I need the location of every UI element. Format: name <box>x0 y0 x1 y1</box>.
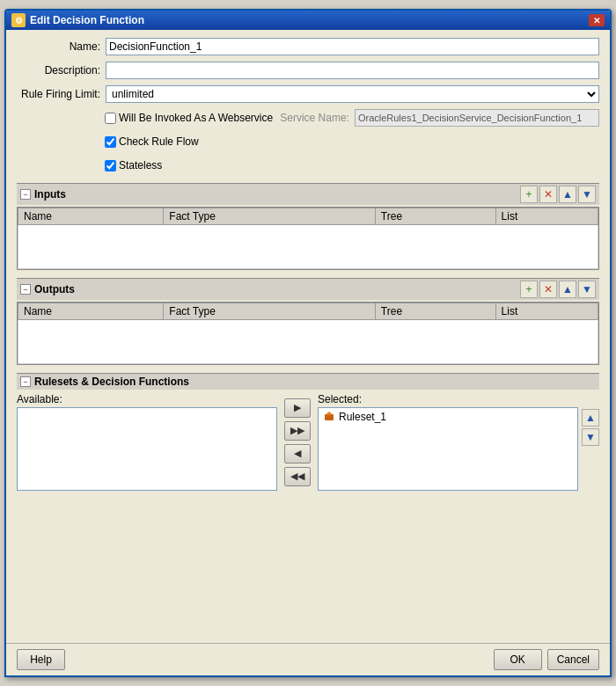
selected-up-button[interactable]: ▲ <box>582 409 599 427</box>
edit-decision-function-window: ⚙ Edit Decision Function ✕ Name: Descrip… <box>4 9 612 677</box>
rulesets-section: − Rulesets & Decision Functions Availabl… <box>17 369 599 491</box>
description-input[interactable] <box>106 62 599 79</box>
table-row <box>18 320 598 364</box>
transfer-right-button[interactable]: ▶ <box>284 398 311 418</box>
transfer-left-button[interactable]: ◀ <box>284 444 311 463</box>
rulesets-title: Rulesets & Decision Functions <box>34 376 189 388</box>
footer-right: OK Cancel <box>494 649 599 670</box>
selected-up-down: ▲ ▼ <box>582 393 599 446</box>
outputs-col-tree: Tree <box>375 303 495 320</box>
rulesets-title-row: − Rulesets & Decision Functions <box>20 376 189 388</box>
webservice-checkbox[interactable] <box>105 113 116 124</box>
selected-label: Selected: <box>318 393 578 405</box>
inputs-section: − Inputs + ✕ ▲ ▼ Name Fact Type Tr <box>17 179 599 270</box>
outputs-up-button[interactable]: ▲ <box>559 281 576 298</box>
svg-rect-0 <box>325 414 334 420</box>
rule-firing-row: Rule Firing Limit: unlimited 1 2 5 10 <box>17 84 599 104</box>
outputs-toolbar: + ✕ ▲ ▼ <box>520 281 596 298</box>
service-name-input[interactable] <box>355 109 599 127</box>
rulesets-collapse-button[interactable]: − <box>20 376 31 387</box>
check-rule-flow-item: Check Rule Flow <box>105 135 199 148</box>
outputs-title: Outputs <box>34 283 75 296</box>
inputs-title-row: − Inputs <box>20 188 66 201</box>
outputs-section-header: − Outputs + ✕ ▲ ▼ <box>17 278 599 300</box>
ruleset-item-label: Ruleset_1 <box>339 411 386 423</box>
name-label: Name: <box>17 40 100 53</box>
stateless-label: Stateless <box>119 159 162 172</box>
inputs-toolbar: + ✕ ▲ ▼ <box>520 186 596 203</box>
description-label: Description: <box>17 64 100 77</box>
window-title: Edit Decision Function <box>30 14 144 26</box>
service-name-label: Service Name: <box>280 112 349 124</box>
help-button[interactable]: Help <box>17 649 65 670</box>
outputs-col-fact-type: Fact Type <box>164 303 376 320</box>
inputs-col-list: List <box>495 208 598 225</box>
inputs-add-button[interactable]: + <box>520 186 538 203</box>
rule-firing-select-wrapper: unlimited 1 2 5 10 <box>106 85 599 103</box>
outputs-col-name: Name <box>18 303 164 320</box>
inputs-remove-button[interactable]: ✕ <box>539 186 557 203</box>
transfer-all-left-button[interactable]: ◀◀ <box>284 467 311 486</box>
available-panel: Available: <box>17 393 277 491</box>
name-input[interactable] <box>106 38 599 55</box>
check-rule-flow-label: Check Rule Flow <box>119 135 199 148</box>
webservice-row: Will Be Invoked As A Webservice Service … <box>17 108 599 128</box>
check-rule-flow-checkbox[interactable] <box>105 136 116 148</box>
cancel-button[interactable]: Cancel <box>547 649 599 670</box>
available-label: Available: <box>17 393 277 405</box>
outputs-remove-button[interactable]: ✕ <box>539 281 557 298</box>
inputs-section-header: − Inputs + ✕ ▲ ▼ <box>17 183 599 205</box>
outputs-add-button[interactable]: + <box>520 281 538 298</box>
name-row: Name: <box>17 37 599 56</box>
inputs-col-tree: Tree <box>375 208 495 225</box>
svg-marker-1 <box>325 412 334 415</box>
webservice-label: Will Be Invoked As A Webservice <box>119 112 273 124</box>
ruleset-icon <box>323 411 335 423</box>
window-icon: ⚙ <box>11 13 26 27</box>
list-item[interactable]: Ruleset_1 <box>320 410 576 424</box>
inputs-table-container: Name Fact Type Tree List <box>17 207 599 270</box>
inputs-down-button[interactable]: ▼ <box>578 186 596 203</box>
ok-button[interactable]: OK <box>494 649 542 670</box>
inputs-title: Inputs <box>34 188 66 201</box>
outputs-col-list: List <box>495 303 598 320</box>
rulesets-section-header: − Rulesets & Decision Functions <box>17 373 599 390</box>
footer: Help OK Cancel <box>6 643 610 675</box>
outputs-table: Name Fact Type Tree List <box>18 303 598 364</box>
outputs-section: − Outputs + ✕ ▲ ▼ Name Fact Type T <box>17 274 599 365</box>
transfer-all-right-button[interactable]: ▶▶ <box>284 421 311 441</box>
stateless-row: Stateless <box>17 156 599 175</box>
selected-down-button[interactable]: ▼ <box>582 428 599 446</box>
outputs-table-container: Name Fact Type Tree List <box>17 302 599 365</box>
rule-firing-select[interactable]: unlimited 1 2 5 10 <box>106 85 599 103</box>
check-rule-flow-row: Check Rule Flow <box>17 132 599 151</box>
title-bar: ⚙ Edit Decision Function ✕ <box>6 11 610 30</box>
selected-panel: Selected: Ruleset_1 <box>318 393 578 491</box>
transfer-buttons: ▶ ▶▶ ◀ ◀◀ <box>281 393 314 491</box>
service-name-row: Service Name: <box>280 109 599 127</box>
inputs-up-button[interactable]: ▲ <box>559 186 576 203</box>
outputs-collapse-button[interactable]: − <box>20 284 31 295</box>
inputs-col-fact-type: Fact Type <box>164 208 376 225</box>
stateless-checkbox[interactable] <box>105 160 116 172</box>
outputs-title-row: − Outputs <box>20 283 75 296</box>
table-row <box>18 225 598 269</box>
description-row: Description: <box>17 61 599 80</box>
form-content: Name: Description: Rule Firing Limit: un… <box>6 30 610 643</box>
webservice-checkbox-item: Will Be Invoked As A Webservice <box>105 112 273 124</box>
stateless-item: Stateless <box>105 159 162 172</box>
inputs-collapse-button[interactable]: − <box>20 189 31 200</box>
inputs-col-name: Name <box>18 208 164 225</box>
close-button[interactable]: ✕ <box>589 14 605 26</box>
available-listbox[interactable] <box>17 407 277 491</box>
rule-firing-label: Rule Firing Limit: <box>17 88 100 100</box>
title-bar-left: ⚙ Edit Decision Function <box>11 13 144 27</box>
selected-listbox[interactable]: Ruleset_1 <box>318 407 578 491</box>
outputs-down-button[interactable]: ▼ <box>578 281 596 298</box>
inputs-table: Name Fact Type Tree List <box>18 208 598 269</box>
